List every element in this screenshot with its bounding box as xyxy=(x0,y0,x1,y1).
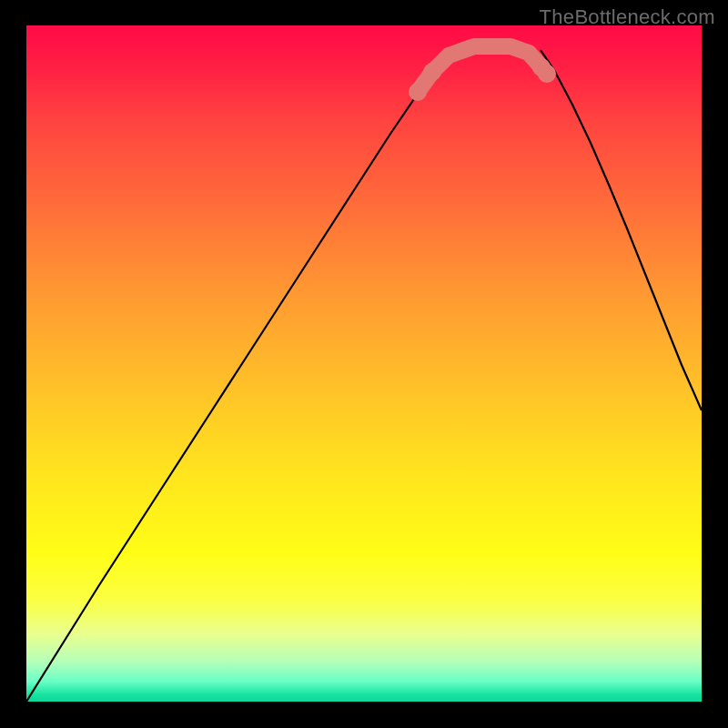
chart-svg xyxy=(26,25,702,702)
svg-point-1 xyxy=(423,63,441,81)
right-curve xyxy=(541,50,702,410)
left-curve xyxy=(26,46,472,702)
svg-point-0 xyxy=(409,83,427,101)
chart-frame: TheBottleneck.com xyxy=(0,0,728,728)
svg-point-3 xyxy=(538,65,556,83)
valley-highlight-dots xyxy=(409,58,556,101)
